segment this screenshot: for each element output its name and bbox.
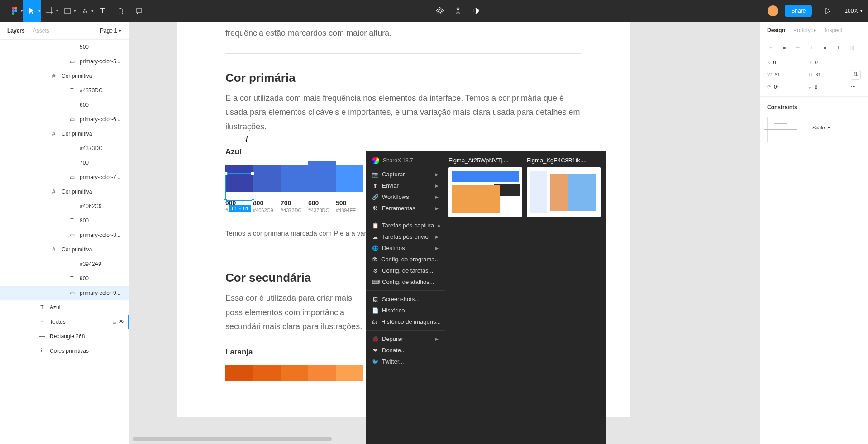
tab-assets[interactable]: Assets bbox=[33, 28, 49, 34]
color-swatch[interactable] bbox=[308, 365, 336, 381]
sharex-thumb-2[interactable]: Figma_KgE4C8B1tk.... bbox=[527, 157, 601, 444]
sharex-menu-item[interactable]: 🐞Depurar▶ bbox=[366, 333, 445, 345]
sharex-menu-item[interactable]: ⌨Config. de atalhos... bbox=[366, 276, 445, 288]
layer-type-icon: T bbox=[69, 160, 75, 166]
color-swatch[interactable] bbox=[336, 165, 363, 192]
align-hcenter-icon[interactable]: ≡ bbox=[781, 45, 788, 51]
text-tool-icon[interactable]: T bbox=[94, 0, 112, 22]
layer-label: #3942A9 bbox=[80, 261, 101, 267]
layer-row[interactable]: #Cor primitiva bbox=[0, 242, 129, 257]
align-left-icon[interactable]: ⊧ bbox=[767, 45, 774, 51]
shape-caret-icon[interactable]: ▾ bbox=[74, 9, 76, 13]
constraint-h-select[interactable]: ↔ Scale ▾ bbox=[805, 125, 830, 130]
visibility-icon[interactable]: 👁 bbox=[119, 319, 124, 325]
color-swatch[interactable] bbox=[281, 165, 308, 192]
layer-row[interactable]: #Cor primitiva bbox=[0, 127, 129, 141]
layer-row[interactable]: T900 bbox=[0, 271, 129, 286]
sharex-thumb-1[interactable]: Figma_At25WpNVTj.... bbox=[448, 157, 522, 444]
menu-item-icon: 🐦 bbox=[372, 359, 378, 365]
layer-row[interactable]: ▭primary-color-6... bbox=[0, 112, 129, 127]
layer-row[interactable]: T#4373DC bbox=[0, 141, 129, 156]
canvas-scrollbar[interactable] bbox=[133, 437, 332, 441]
mask-tool-icon[interactable] bbox=[449, 0, 467, 22]
more-options-icon[interactable]: ⋯ bbox=[851, 84, 861, 90]
layer-row[interactable]: ▭primary-color-7... bbox=[0, 170, 129, 184]
layer-row[interactable]: T700 bbox=[0, 156, 129, 170]
color-swatch[interactable] bbox=[308, 161, 336, 192]
h-input[interactable]: 61 bbox=[816, 72, 821, 77]
user-avatar[interactable] bbox=[768, 5, 778, 16]
sharex-menu-item[interactable]: ⬆Enviar▶ bbox=[366, 180, 445, 191]
x-input[interactable]: 0 bbox=[773, 60, 776, 65]
sharex-menu-item[interactable]: 🛠Config. do programa... bbox=[366, 254, 445, 265]
pen-caret-icon[interactable]: ▾ bbox=[91, 9, 94, 13]
tab-layers[interactable]: Layers bbox=[7, 28, 25, 34]
layer-row[interactable]: TAzul bbox=[0, 300, 129, 315]
hand-tool-icon[interactable] bbox=[112, 0, 130, 22]
layer-row[interactable]: T#4373DC bbox=[0, 83, 129, 98]
layer-row[interactable]: #Cor primitiva bbox=[0, 184, 129, 199]
sharex-menu-item[interactable]: 🌐Destinos▶ bbox=[366, 242, 445, 254]
share-button[interactable]: Share bbox=[785, 5, 812, 17]
color-swatch[interactable] bbox=[253, 365, 281, 381]
rotation-input[interactable]: 0° bbox=[774, 84, 779, 90]
layer-row[interactable]: ▭primary-color-8... bbox=[0, 228, 129, 242]
layer-row[interactable]: T600 bbox=[0, 98, 129, 112]
layer-label: primary-color-8... bbox=[80, 232, 121, 238]
layer-row[interactable]: T#3942A9 bbox=[0, 257, 129, 271]
sharex-menu-item[interactable]: 📋Tarefas pós-captura▶ bbox=[366, 220, 445, 231]
distribute-icon[interactable]: ||| bbox=[849, 45, 856, 51]
align-bottom-icon[interactable]: ⊥ bbox=[835, 45, 842, 51]
w-input[interactable]: 61 bbox=[775, 72, 780, 77]
layer-row[interactable]: T#4062C9 bbox=[0, 199, 129, 213]
constraints-widget[interactable] bbox=[767, 117, 794, 142]
layer-row[interactable]: ≡Textos⎁👁 bbox=[0, 315, 129, 329]
move-caret-icon[interactable]: ▾ bbox=[38, 9, 41, 13]
tab-inspect[interactable]: Inspect bbox=[825, 27, 842, 33]
sharex-menu-item[interactable]: 📷Capturar▶ bbox=[366, 169, 445, 180]
submenu-arrow-icon: ▶ bbox=[435, 206, 439, 211]
constrain-proportions-icon[interactable]: ⇅ bbox=[851, 70, 861, 80]
layer-row[interactable]: T500 bbox=[0, 40, 129, 54]
color-swatch[interactable] bbox=[281, 365, 308, 381]
component-tool-icon[interactable] bbox=[431, 0, 449, 22]
align-top-icon[interactable]: ⊤ bbox=[808, 45, 815, 51]
layer-row[interactable]: ▭primary-color-5... bbox=[0, 54, 129, 69]
menu-caret-icon[interactable]: ▾ bbox=[21, 9, 23, 13]
color-swatch[interactable] bbox=[253, 165, 281, 192]
lock-icon[interactable]: ⎁ bbox=[113, 319, 116, 325]
selection-dimensions-badge: 61 × 61 bbox=[229, 205, 251, 212]
radius-input[interactable]: 0 bbox=[815, 85, 817, 90]
color-swatch[interactable] bbox=[225, 365, 253, 381]
align-right-icon[interactable]: ⊨ bbox=[794, 45, 801, 51]
zoom-dropdown[interactable]: 100%▾ bbox=[844, 8, 863, 14]
tab-design[interactable]: Design bbox=[767, 27, 785, 33]
layer-type-icon: T bbox=[69, 203, 75, 209]
color-swatch[interactable] bbox=[336, 365, 363, 381]
h-label: H bbox=[809, 72, 813, 77]
layer-row[interactable]: T800 bbox=[0, 213, 129, 228]
frame-caret-icon[interactable]: ▾ bbox=[56, 9, 58, 13]
layer-list[interactable]: T500▭primary-color-5...#Cor primitivaT#4… bbox=[0, 40, 129, 444]
layer-row[interactable]: ⠿Cores primitivas bbox=[0, 344, 129, 358]
sharex-menu-item[interactable]: ❤Donate... bbox=[366, 345, 445, 356]
comment-tool-icon[interactable] bbox=[130, 0, 148, 22]
align-vcenter-icon[interactable]: ≡ bbox=[821, 45, 829, 51]
layer-row[interactable]: #Cor primitiva bbox=[0, 69, 129, 83]
layer-row[interactable]: ▭primary-color-9... bbox=[0, 286, 129, 300]
sharex-menu-item[interactable]: ⚙Config. de tarefas... bbox=[366, 265, 445, 276]
sharex-menu-item[interactable]: 🛠Ferramentas▶ bbox=[366, 203, 445, 214]
tab-prototype[interactable]: Prototype bbox=[793, 27, 816, 33]
menu-item-icon: 🖼 bbox=[372, 296, 378, 302]
sharex-menu-item[interactable]: 🗂Histórico de imagens... bbox=[366, 316, 445, 327]
sharex-menu-item[interactable]: ☁Tarefas pós-envio▶ bbox=[366, 231, 445, 242]
sharex-menu-item[interactable]: 🐦Twitter... bbox=[366, 356, 445, 367]
sharex-menu-item[interactable]: 📄Histórico... bbox=[366, 305, 445, 316]
y-input[interactable]: 0 bbox=[815, 60, 818, 65]
sharex-menu-item[interactable]: 🖼Screenshots... bbox=[366, 293, 445, 305]
sharex-menu-item[interactable]: 🔗Workflows▶ bbox=[366, 191, 445, 203]
page-selector[interactable]: Page 1▾ bbox=[100, 28, 121, 34]
present-icon[interactable] bbox=[819, 0, 837, 22]
boolean-tool-icon[interactable] bbox=[467, 0, 485, 22]
layer-row[interactable]: —Rectangle 268 bbox=[0, 329, 129, 344]
